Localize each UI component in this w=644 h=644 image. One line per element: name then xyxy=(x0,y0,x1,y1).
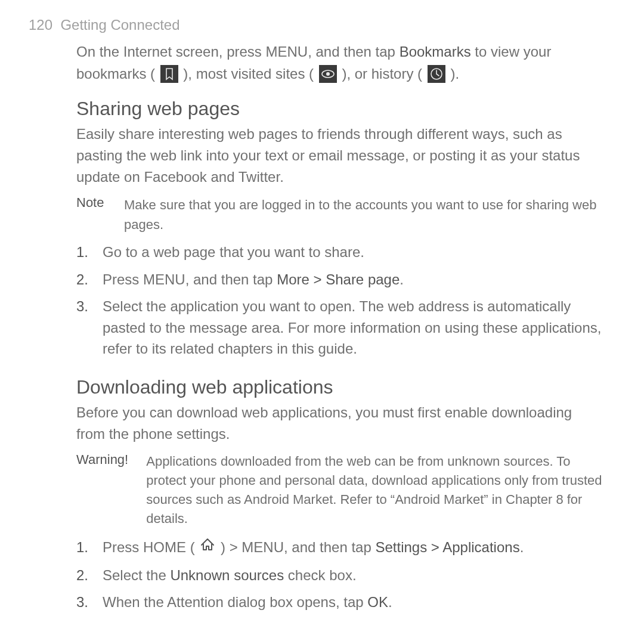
downloading-steps: Press HOME ( ) > MENU, and then tap Sett… xyxy=(76,537,603,613)
note-text: Make sure that you are logged in to the … xyxy=(124,195,603,234)
list-item: Select the Unknown sources check box. xyxy=(76,565,603,586)
eye-icon xyxy=(319,65,337,83)
bookmark-icon xyxy=(160,65,178,83)
intro-paragraph: On the Internet screen, press MENU, and … xyxy=(76,41,603,85)
svg-rect-0 xyxy=(160,65,178,83)
note-label: Note xyxy=(76,195,110,234)
svg-point-3 xyxy=(326,72,330,76)
manual-page: 120 Getting Connected On the Internet sc… xyxy=(0,0,644,642)
downloading-paragraph: Before you can download web applications… xyxy=(76,402,603,445)
section-title: Getting Connected xyxy=(60,17,179,33)
warning-text: Applications downloaded from the web can… xyxy=(146,452,603,528)
list-item: Go to a web page that you want to share. xyxy=(76,242,603,263)
list-item: Select the application you want to open.… xyxy=(76,296,603,360)
downloading-warning: Warning! Applications downloaded from th… xyxy=(76,452,603,528)
sharing-paragraph: Easily share interesting web pages to fr… xyxy=(76,123,603,188)
page-header: 120 Getting Connected xyxy=(29,17,615,33)
sharing-heading: Sharing web pages xyxy=(76,98,603,120)
sharing-steps: Go to a web page that you want to share.… xyxy=(76,242,603,360)
page-content: On the Internet screen, press MENU, and … xyxy=(76,41,603,613)
sharing-note: Note Make sure that you are logged in to… xyxy=(76,195,603,234)
list-item: When the Attention dialog box opens, tap… xyxy=(76,592,603,613)
list-item: Press HOME ( ) > MENU, and then tap Sett… xyxy=(76,537,603,559)
list-item: Press MENU, and then tap More > Share pa… xyxy=(76,269,603,290)
downloading-heading: Downloading web applications xyxy=(76,376,603,398)
history-icon xyxy=(428,65,445,83)
page-number: 120 xyxy=(29,17,52,33)
home-icon xyxy=(200,536,215,558)
warning-label: Warning! xyxy=(76,452,128,528)
